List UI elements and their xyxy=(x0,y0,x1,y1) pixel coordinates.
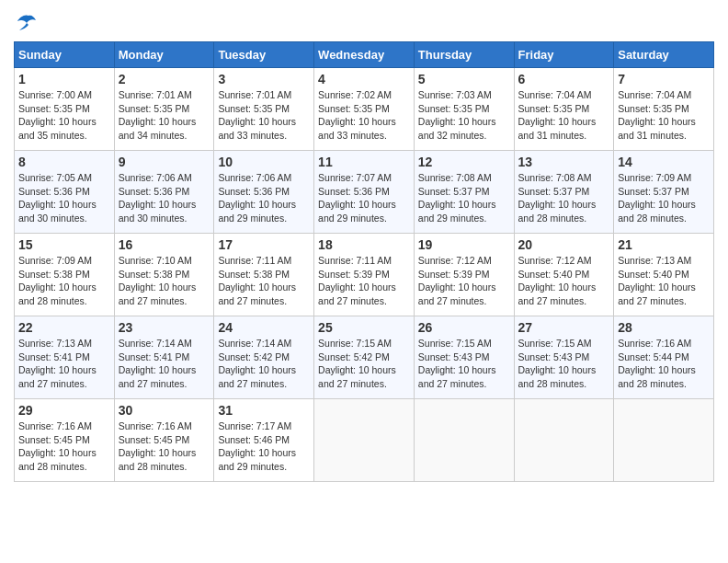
day-info: Sunrise: 7:01 AMSunset: 5:35 PMDaylight:… xyxy=(218,88,310,143)
day-number: 11 xyxy=(318,155,410,169)
day-info: Sunrise: 7:13 AMSunset: 5:41 PMDaylight:… xyxy=(18,337,110,391)
calendar-day-header: Monday xyxy=(114,42,214,68)
calendar-day-header: Sunday xyxy=(15,42,115,68)
day-info: Sunrise: 7:14 AMSunset: 5:41 PMDaylight:… xyxy=(119,337,210,391)
day-number: 21 xyxy=(618,237,710,252)
calendar-week-row: 8Sunrise: 7:05 AMSunset: 5:36 PMDaylight… xyxy=(15,151,714,234)
calendar-cell: 19Sunrise: 7:12 AMSunset: 5:39 PMDayligh… xyxy=(414,234,514,316)
day-info: Sunrise: 7:15 AMSunset: 5:42 PMDaylight:… xyxy=(318,337,410,391)
calendar-cell: 7Sunrise: 7:04 AMSunset: 5:35 PMDaylight… xyxy=(614,68,714,151)
calendar-cell xyxy=(614,399,714,482)
day-number: 6 xyxy=(518,72,610,86)
day-info: Sunrise: 7:17 AMSunset: 5:46 PMDaylight:… xyxy=(218,419,310,474)
calendar-week-row: 29Sunrise: 7:16 AMSunset: 5:45 PMDayligh… xyxy=(15,399,714,482)
calendar-week-row: 22Sunrise: 7:13 AMSunset: 5:41 PMDayligh… xyxy=(15,316,714,399)
calendar-cell: 25Sunrise: 7:15 AMSunset: 5:42 PMDayligh… xyxy=(314,316,415,399)
day-info: Sunrise: 7:09 AMSunset: 5:38 PMDaylight:… xyxy=(18,254,110,308)
day-number: 31 xyxy=(218,403,310,418)
calendar-header-row: SundayMondayTuesdayWednesdayThursdayFrid… xyxy=(15,42,714,68)
day-number: 16 xyxy=(119,237,210,252)
calendar-day-header: Wednesday xyxy=(314,42,415,68)
calendar-cell: 26Sunrise: 7:15 AMSunset: 5:43 PMDayligh… xyxy=(414,316,514,399)
day-number: 29 xyxy=(18,403,110,418)
calendar-day-header: Saturday xyxy=(614,42,714,68)
day-number: 8 xyxy=(18,155,110,169)
calendar-cell: 5Sunrise: 7:03 AMSunset: 5:35 PMDaylight… xyxy=(414,68,514,151)
day-number: 9 xyxy=(119,155,210,169)
calendar-cell: 22Sunrise: 7:13 AMSunset: 5:41 PMDayligh… xyxy=(15,316,115,399)
day-info: Sunrise: 7:07 AMSunset: 5:36 PMDaylight:… xyxy=(318,171,410,225)
calendar-week-row: 15Sunrise: 7:09 AMSunset: 5:38 PMDayligh… xyxy=(15,234,714,316)
day-info: Sunrise: 7:15 AMSunset: 5:43 PMDaylight:… xyxy=(518,337,610,391)
calendar-cell: 6Sunrise: 7:04 AMSunset: 5:35 PMDaylight… xyxy=(514,68,614,151)
day-number: 13 xyxy=(518,155,610,169)
day-info: Sunrise: 7:00 AMSunset: 5:35 PMDaylight:… xyxy=(18,88,110,143)
day-number: 30 xyxy=(119,403,210,418)
logo-bird-icon xyxy=(16,14,41,32)
calendar-cell: 18Sunrise: 7:11 AMSunset: 5:39 PMDayligh… xyxy=(314,234,415,316)
day-number: 19 xyxy=(418,237,510,252)
day-info: Sunrise: 7:03 AMSunset: 5:35 PMDaylight:… xyxy=(418,88,510,143)
day-info: Sunrise: 7:16 AMSunset: 5:45 PMDaylight:… xyxy=(18,419,110,474)
calendar-cell: 29Sunrise: 7:16 AMSunset: 5:45 PMDayligh… xyxy=(15,399,115,482)
calendar-cell: 16Sunrise: 7:10 AMSunset: 5:38 PMDayligh… xyxy=(114,234,214,316)
day-number: 5 xyxy=(418,72,510,86)
calendar-cell: 31Sunrise: 7:17 AMSunset: 5:46 PMDayligh… xyxy=(214,399,314,482)
calendar-cell xyxy=(414,399,514,482)
logo xyxy=(14,14,41,32)
day-info: Sunrise: 7:16 AMSunset: 5:44 PMDaylight:… xyxy=(618,337,710,391)
page-header xyxy=(14,14,714,32)
calendar-cell xyxy=(314,399,415,482)
calendar-cell: 23Sunrise: 7:14 AMSunset: 5:41 PMDayligh… xyxy=(114,316,214,399)
day-info: Sunrise: 7:10 AMSunset: 5:38 PMDaylight:… xyxy=(119,254,210,308)
day-number: 10 xyxy=(218,155,310,169)
day-number: 17 xyxy=(218,237,310,252)
day-info: Sunrise: 7:16 AMSunset: 5:45 PMDaylight:… xyxy=(119,419,210,474)
calendar-cell: 12Sunrise: 7:08 AMSunset: 5:37 PMDayligh… xyxy=(414,151,514,234)
calendar-cell: 27Sunrise: 7:15 AMSunset: 5:43 PMDayligh… xyxy=(514,316,614,399)
day-info: Sunrise: 7:11 AMSunset: 5:38 PMDaylight:… xyxy=(218,254,310,308)
day-info: Sunrise: 7:09 AMSunset: 5:37 PMDaylight:… xyxy=(618,171,710,225)
calendar-cell: 11Sunrise: 7:07 AMSunset: 5:36 PMDayligh… xyxy=(314,151,415,234)
day-info: Sunrise: 7:04 AMSunset: 5:35 PMDaylight:… xyxy=(518,88,610,143)
day-number: 26 xyxy=(418,320,510,335)
calendar-cell: 15Sunrise: 7:09 AMSunset: 5:38 PMDayligh… xyxy=(15,234,115,316)
day-info: Sunrise: 7:12 AMSunset: 5:40 PMDaylight:… xyxy=(518,254,610,308)
day-info: Sunrise: 7:15 AMSunset: 5:43 PMDaylight:… xyxy=(418,337,510,391)
day-info: Sunrise: 7:12 AMSunset: 5:39 PMDaylight:… xyxy=(418,254,510,308)
day-number: 18 xyxy=(318,237,410,252)
day-number: 27 xyxy=(518,320,610,335)
day-number: 24 xyxy=(218,320,310,335)
day-number: 23 xyxy=(119,320,210,335)
day-number: 4 xyxy=(318,72,410,86)
calendar-day-header: Friday xyxy=(514,42,614,68)
day-info: Sunrise: 7:01 AMSunset: 5:35 PMDaylight:… xyxy=(119,88,210,143)
calendar-cell: 30Sunrise: 7:16 AMSunset: 5:45 PMDayligh… xyxy=(114,399,214,482)
day-info: Sunrise: 7:02 AMSunset: 5:35 PMDaylight:… xyxy=(318,88,410,143)
day-info: Sunrise: 7:08 AMSunset: 5:37 PMDaylight:… xyxy=(418,171,510,225)
day-number: 25 xyxy=(318,320,410,335)
calendar-cell: 8Sunrise: 7:05 AMSunset: 5:36 PMDaylight… xyxy=(15,151,115,234)
day-number: 20 xyxy=(518,237,610,252)
day-info: Sunrise: 7:04 AMSunset: 5:35 PMDaylight:… xyxy=(618,88,710,143)
calendar-cell: 10Sunrise: 7:06 AMSunset: 5:36 PMDayligh… xyxy=(214,151,314,234)
calendar-cell: 24Sunrise: 7:14 AMSunset: 5:42 PMDayligh… xyxy=(214,316,314,399)
day-info: Sunrise: 7:14 AMSunset: 5:42 PMDaylight:… xyxy=(218,337,310,391)
calendar-cell: 4Sunrise: 7:02 AMSunset: 5:35 PMDaylight… xyxy=(314,68,415,151)
calendar-cell: 2Sunrise: 7:01 AMSunset: 5:35 PMDaylight… xyxy=(114,68,214,151)
day-number: 28 xyxy=(618,320,710,335)
day-number: 2 xyxy=(119,72,210,86)
calendar-day-header: Tuesday xyxy=(214,42,314,68)
calendar-day-header: Thursday xyxy=(414,42,514,68)
day-info: Sunrise: 7:05 AMSunset: 5:36 PMDaylight:… xyxy=(18,171,110,225)
day-number: 22 xyxy=(18,320,110,335)
calendar-cell: 1Sunrise: 7:00 AMSunset: 5:35 PMDaylight… xyxy=(15,68,115,151)
calendar-cell: 17Sunrise: 7:11 AMSunset: 5:38 PMDayligh… xyxy=(214,234,314,316)
day-info: Sunrise: 7:11 AMSunset: 5:39 PMDaylight:… xyxy=(318,254,410,308)
calendar-cell: 21Sunrise: 7:13 AMSunset: 5:40 PMDayligh… xyxy=(614,234,714,316)
day-number: 7 xyxy=(618,72,710,86)
calendar-table: SundayMondayTuesdayWednesdayThursdayFrid… xyxy=(14,41,714,482)
day-number: 14 xyxy=(618,155,710,169)
day-info: Sunrise: 7:08 AMSunset: 5:37 PMDaylight:… xyxy=(518,171,610,225)
day-info: Sunrise: 7:06 AMSunset: 5:36 PMDaylight:… xyxy=(119,171,210,225)
